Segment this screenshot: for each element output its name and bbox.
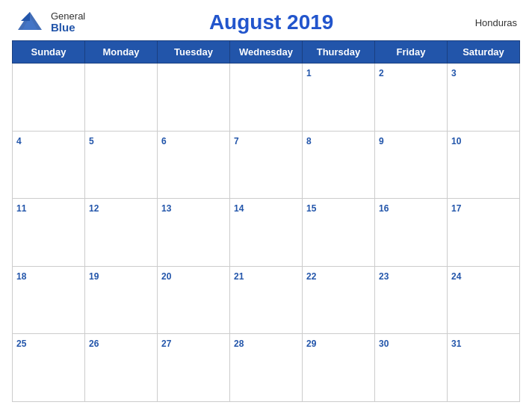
calendar-week-row: 11121314151617 (13, 199, 520, 267)
logo-blue: Blue (51, 22, 75, 34)
day-number: 23 (379, 271, 389, 282)
day-number: 27 (161, 339, 171, 349)
day-number: 7 (234, 136, 239, 146)
calendar-cell: 22 (303, 266, 375, 334)
day-number: 2 (379, 68, 384, 78)
calendar-week-row: 45678910 (13, 131, 520, 199)
day-number: 18 (16, 271, 26, 282)
day-number: 11 (16, 203, 26, 214)
calendar-cell: 23 (375, 266, 448, 334)
calendar-cell: 3 (448, 64, 520, 132)
logo-general: General (51, 11, 85, 22)
calendar-cell: 16 (375, 199, 448, 267)
calendar-cell: 15 (303, 199, 375, 267)
day-number: 25 (16, 339, 26, 349)
page: General Blue August 2019 Honduras Sunday… (0, 0, 532, 411)
calendar-cell: 7 (230, 131, 303, 199)
day-number: 10 (451, 136, 461, 146)
calendar-cell: 8 (303, 131, 375, 199)
day-number: 22 (306, 271, 316, 282)
calendar-cell (85, 64, 158, 132)
calendar-cell: 9 (375, 131, 448, 199)
header-monday: Monday (85, 41, 158, 64)
day-number: 29 (306, 339, 316, 349)
logo: General Blue (15, 9, 85, 36)
header-thursday: Thursday (303, 41, 375, 64)
day-number: 3 (451, 68, 457, 78)
calendar-cell: 1 (303, 64, 375, 132)
header: General Blue August 2019 Honduras (12, 9, 520, 36)
calendar-week-row: 18192021222324 (13, 266, 520, 334)
day-number: 4 (16, 136, 22, 146)
day-number: 14 (234, 203, 244, 214)
calendar-cell: 20 (158, 266, 230, 334)
calendar-cell: 14 (230, 199, 303, 267)
calendar-cell: 6 (158, 131, 230, 199)
day-number: 26 (89, 339, 99, 349)
calendar-cell: 29 (303, 334, 375, 402)
header-wednesday: Wednesday (230, 41, 303, 64)
day-number: 5 (89, 136, 94, 146)
day-number: 21 (234, 271, 244, 282)
day-number: 12 (89, 203, 99, 214)
day-number: 13 (161, 203, 171, 214)
calendar-cell: 17 (448, 199, 520, 267)
day-number: 24 (451, 271, 461, 282)
day-number: 15 (306, 203, 316, 214)
calendar-cell: 10 (448, 131, 520, 199)
day-number: 1 (306, 68, 312, 78)
calendar-cell: 24 (448, 266, 520, 334)
calendar-cell: 27 (158, 334, 230, 402)
calendar-table: Sunday Monday Tuesday Wednesday Thursday… (12, 40, 520, 402)
calendar-title: August 2019 (85, 10, 457, 34)
calendar-cell: 26 (85, 334, 158, 402)
calendar-cell: 21 (230, 266, 303, 334)
calendar-cell: 2 (375, 64, 448, 132)
calendar-week-row: 123 (13, 64, 520, 132)
calendar-week-row: 25262728293031 (13, 334, 520, 402)
weekday-header-row: Sunday Monday Tuesday Wednesday Thursday… (13, 41, 520, 64)
calendar-cell: 18 (13, 266, 85, 334)
calendar-cell: 4 (13, 131, 85, 199)
calendar-cell: 25 (13, 334, 85, 402)
header-friday: Friday (375, 41, 448, 64)
day-number: 16 (379, 203, 389, 214)
day-number: 20 (161, 271, 171, 282)
country-label: Honduras (457, 17, 517, 28)
calendar-cell: 19 (85, 266, 158, 334)
calendar-cell: 13 (158, 199, 230, 267)
calendar-cell (158, 64, 230, 132)
calendar-cell: 30 (375, 334, 448, 402)
svg-marker-2 (21, 12, 30, 21)
header-tuesday: Tuesday (158, 41, 230, 64)
day-number: 30 (379, 339, 389, 349)
calendar-cell: 11 (13, 199, 85, 267)
logo-text: General Blue (51, 11, 85, 34)
header-saturday: Saturday (448, 41, 520, 64)
logo-icon (15, 9, 48, 36)
calendar-cell: 12 (85, 199, 158, 267)
header-sunday: Sunday (13, 41, 85, 64)
calendar-cell: 28 (230, 334, 303, 402)
calendar-cell (13, 64, 85, 132)
calendar-cell: 5 (85, 131, 158, 199)
calendar-cell: 31 (448, 334, 520, 402)
day-number: 28 (234, 339, 244, 349)
day-number: 6 (161, 136, 167, 146)
day-number: 9 (379, 136, 384, 146)
calendar-cell (230, 64, 303, 132)
day-number: 8 (306, 136, 312, 146)
day-number: 17 (451, 203, 461, 214)
day-number: 31 (451, 339, 461, 349)
day-number: 19 (89, 271, 99, 282)
